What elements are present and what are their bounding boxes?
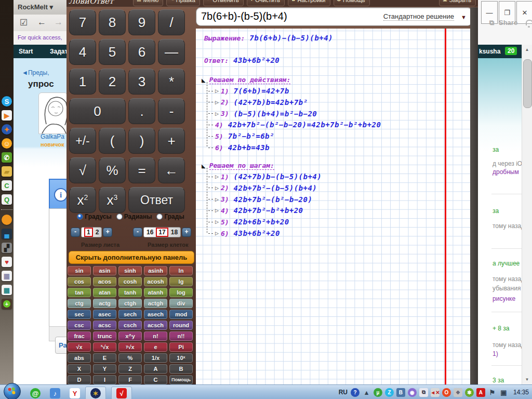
share-icon[interactable]: ⧉ [489,19,494,27]
help-tray-icon[interactable]: ? [351,388,360,397]
car-app-icon[interactable]: ▄ [2,229,12,239]
function-key-³√x[interactable]: ³√x [93,342,116,352]
dropdown-arrow-icon[interactable]: ▼ [461,14,467,20]
function-key-round[interactable]: round [169,321,193,330]
expand-triangle-icon[interactable]: ▷ [215,111,219,116]
function-key-√x[interactable]: √x [68,342,91,352]
expression-input[interactable]: 7b(6+b)-(b-5)(b+4) Стандартное решение ▼ [196,7,472,26]
share-button[interactable]: Share [499,19,517,26]
function-key-acos[interactable]: acos [93,277,116,286]
solution-mode-dropdown[interactable]: Стандартное решение [383,12,454,21]
key-)[interactable]: ) [128,128,155,154]
menu-button-Меню[interactable]: ▤Меню [133,0,163,6]
sheet-size-option-2[interactable]: 2 [96,229,99,236]
firefox-icon[interactable]: ✦ [2,124,12,135]
utorrent-icon[interactable]: µ [374,388,382,397]
function-key-tan[interactable]: tan [68,288,91,297]
phone-app-icon[interactable]: ✆ [2,152,12,163]
zona-icon[interactable]: Z [385,388,394,397]
expand-triangle-icon[interactable]: ▷ [215,231,219,236]
key-0[interactable]: 0 [69,98,126,124]
collapse-triangle-icon[interactable]: ◣ [202,77,206,83]
function-key-atanh[interactable]: atanh [144,288,167,297]
function-key-lg[interactable]: lg [169,277,193,286]
language-indicator[interactable]: RU [339,389,348,396]
actions-section[interactable]: ◣Решаем по действиям: [202,76,290,84]
function-key-cosh[interactable]: cosh [118,277,142,286]
browser-title[interactable]: RockMelt ▾ [18,3,53,11]
previous-link[interactable]: ◄Преды, [22,69,49,76]
sheet-size-decrease-button[interactable]: - [71,228,80,237]
function-key-ctgh[interactable]: ctgh [118,299,142,308]
shell-icon[interactable]: ❖ [454,388,462,397]
function-key-B[interactable]: B [169,364,193,374]
function-key-csch[interactable]: csch [118,321,142,330]
collapse-triangle-icon[interactable]: ◣ [202,163,206,169]
key-2[interactable]: 2 [99,69,126,95]
nav-start[interactable]: Start [19,48,33,55]
angle-mode-Градусы[interactable]: Градусы [77,213,111,220]
user-link[interactable]: GalkaPa [41,133,64,140]
add-app-icon[interactable]: + [2,299,12,309]
function-key-sech[interactable]: sech [118,310,142,319]
expand-triangle-icon[interactable]: ▷ [215,100,219,105]
eye-app-icon[interactable]: ◉ [408,388,417,397]
function-key-ln[interactable]: ln [169,266,193,275]
expand-triangle-icon[interactable]: ▷ [215,197,219,202]
key-=[interactable]: = [128,157,155,183]
photos-icon[interactable]: ♥ [2,257,12,267]
key-x³[interactable]: x3 [99,187,126,213]
key-%[interactable]: % [99,157,126,183]
function-key-cos[interactable]: cos [68,277,91,286]
function-key-F[interactable]: F [118,375,142,384]
expand-triangle-icon[interactable]: ▷ [215,185,219,191]
key-—[interactable]: — [158,39,185,65]
windows-stack-icon[interactable]: ⧉ [419,388,428,397]
scroll-down-icon[interactable]: ▼ [523,376,531,383]
gamepad-icon[interactable]: ▞ [2,243,12,253]
function-key-acosh[interactable]: acosh [144,277,167,286]
function-key-asec[interactable]: asec [93,310,116,319]
cell-size-decrease-button[interactable]: - [133,228,142,237]
key-6[interactable]: 6 [128,39,155,65]
start-button[interactable] [4,383,21,399]
function-key-Y[interactable]: Y [93,364,116,374]
function-key-ctg[interactable]: ctg [68,299,91,308]
key-9[interactable]: 9 [128,9,155,35]
key-x²[interactable]: x2 [69,187,96,213]
globe-app-icon-taskbar-button[interactable]: ✶ [85,387,106,399]
cell-size-option-16[interactable]: 16 [147,229,153,236]
key-/[interactable]: / [158,9,185,35]
function-key-trunc[interactable]: trunc [93,331,116,341]
steps-section[interactable]: ◣Решаем по шагам: [202,162,274,170]
radio-Градусы[interactable] [77,214,83,220]
loviotvet-icon[interactable]: √ [116,388,127,398]
function-key-tanh[interactable]: tanh [118,288,142,297]
radio-Грады[interactable] [156,214,163,220]
function-key-actgh[interactable]: actgh [144,299,167,308]
radio-Радианы[interactable] [116,214,123,220]
function-key-asin[interactable]: asin [93,266,116,275]
forward-icon[interactable]: → [54,17,63,28]
key-1[interactable]: 1 [69,69,96,95]
appbox-icon[interactable]: ▦ [2,271,12,281]
chat-smiley-icon[interactable]: ☺ [2,138,12,149]
show-hidden-icon[interactable]: ▴ [362,388,371,397]
media-player-icon[interactable]: ▶ [2,110,12,121]
gallery-icon[interactable]: ▩ [2,285,12,295]
function-key-A[interactable]: A [144,364,167,374]
pdf-icon[interactable]: A [476,388,485,397]
skype-icon[interactable]: S [2,96,12,107]
scroll-up-icon[interactable]: ▲ [523,46,531,54]
cell-size-option-17[interactable]: 17 [156,228,168,237]
mailru-agent-icon[interactable]: @ [30,388,41,398]
key-4[interactable]: 4 [69,39,96,65]
loviotvet-icon-taskbar-button[interactable]: √ [111,387,132,399]
function-key-frac[interactable]: frac [68,331,91,341]
function-key-sec[interactable]: sec [68,310,91,319]
function-key-D[interactable]: D [68,375,91,384]
function-key-mod[interactable]: mod [169,310,193,319]
expand-triangle-icon[interactable]: ▷ [215,88,219,94]
function-key-e[interactable]: e [144,342,167,352]
function-key-ʸ√x[interactable]: ʸ√x [118,342,142,352]
